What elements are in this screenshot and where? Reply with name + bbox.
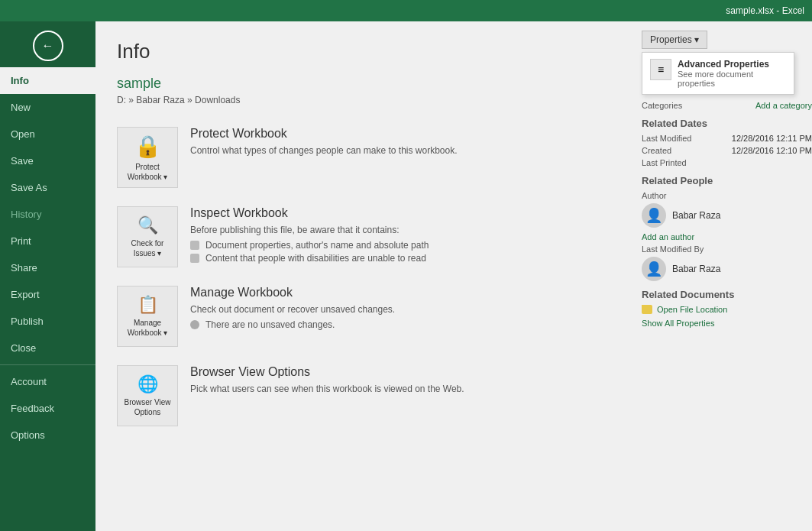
related-people-title: Related People bbox=[642, 175, 812, 186]
properties-button[interactable]: Properties ▾ bbox=[642, 31, 707, 49]
show-all-properties-link[interactable]: Show All Properties bbox=[642, 319, 812, 328]
file-path: D: » Babar Raza » Downloads bbox=[117, 95, 611, 105]
properties-button-label: Properties ▾ bbox=[650, 34, 699, 45]
browser-content: Browser View Options Pick what users can… bbox=[190, 365, 611, 399]
sidebar-item-save-as[interactable]: Save As bbox=[0, 174, 95, 201]
folder-icon bbox=[642, 305, 652, 314]
inspect-icon-box[interactable]: 🔍 Check forIssues ▾ bbox=[117, 206, 178, 267]
sidebar-item-open[interactable]: Open bbox=[0, 121, 95, 147]
add-category-link[interactable]: Add a category bbox=[755, 101, 812, 110]
protect-icon: 🔒 bbox=[134, 134, 161, 159]
created-value: 12/28/2016 12:10 PM bbox=[732, 146, 812, 155]
inspect-bullet-1: Document properties, author's name and a… bbox=[190, 240, 611, 251]
title-bar: sample.xlsx - Excel bbox=[0, 0, 812, 21]
inspect-section: 🔍 Check forIssues ▾ Inspect Workbook Bef… bbox=[117, 200, 611, 274]
sidebar-item-share[interactable]: Share bbox=[0, 254, 95, 281]
inspect-bullet-2: Content that people with disabilities ar… bbox=[190, 253, 611, 264]
author-row: 👤 Babar Raza bbox=[642, 203, 812, 228]
last-modified-by-name: Babar Raza bbox=[672, 264, 720, 274]
back-button[interactable]: ← bbox=[33, 31, 63, 61]
manage-title: Manage Workbook bbox=[190, 286, 611, 299]
author-label-row: Author bbox=[642, 191, 812, 200]
inspect-content: Inspect Workbook Before publishing this … bbox=[190, 206, 611, 266]
last-modified-by-label-row: Last Modified By bbox=[642, 244, 812, 254]
last-modified-value: 12/28/2016 12:11 PM bbox=[732, 134, 812, 143]
categories-area: Categories Add a category bbox=[642, 101, 812, 110]
inspect-label: Check forIssues ▾ bbox=[131, 238, 164, 258]
last-modified-by-avatar: 👤 bbox=[642, 257, 666, 281]
advanced-properties-subtitle: See more document properties bbox=[678, 70, 786, 88]
manage-desc: Check out document or recover unsaved ch… bbox=[190, 304, 611, 315]
advanced-properties-item[interactable]: ≡ Advanced Properties See more document … bbox=[642, 53, 794, 94]
inspect-title: Inspect Workbook bbox=[190, 206, 611, 220]
manage-section: 📋 ManageWorkbook ▾ Manage Workbook Check… bbox=[117, 280, 611, 353]
categories-row: Categories Add a category bbox=[642, 101, 812, 110]
manage-label: ManageWorkbook ▾ bbox=[128, 318, 168, 338]
content-area: Info sample D: » Babar Raza » Downloads … bbox=[95, 21, 632, 531]
bullet-icon-1 bbox=[190, 241, 199, 250]
page-title: Info bbox=[117, 40, 611, 63]
protect-content: Protect Workbook Control what types of c… bbox=[190, 127, 611, 160]
sidebar: ← Info New Open Save Save As History Pri… bbox=[0, 21, 95, 531]
sidebar-item-new[interactable]: New bbox=[0, 94, 95, 121]
properties-dropdown: ≡ Advanced Properties See more document … bbox=[642, 52, 794, 95]
protect-title: Protect Workbook bbox=[190, 127, 611, 141]
bullet-icon-2 bbox=[190, 254, 199, 263]
last-printed-row: Last Printed bbox=[642, 158, 812, 167]
manage-content: Manage Workbook Check out document or re… bbox=[190, 286, 611, 332]
last-modified-by-row: 👤 Babar Raza bbox=[642, 257, 812, 281]
sidebar-item-print[interactable]: Print bbox=[0, 228, 95, 254]
sidebar-item-publish[interactable]: Publish bbox=[0, 308, 95, 335]
created-label: Created bbox=[642, 146, 671, 155]
sidebar-item-feedback[interactable]: Feedback bbox=[0, 395, 95, 422]
last-printed-label: Last Printed bbox=[642, 158, 687, 167]
advanced-properties-title: Advanced Properties bbox=[678, 59, 786, 70]
right-panel: Properties ▾ ≡ Advanced Properties See m… bbox=[632, 21, 812, 531]
related-docs-title: Related Documents bbox=[642, 289, 812, 300]
sidebar-item-options[interactable]: Options bbox=[0, 422, 95, 448]
sidebar-item-close[interactable]: Close bbox=[0, 335, 95, 361]
author-label: Author bbox=[642, 191, 666, 200]
last-modified-row: Last Modified 12/28/2016 12:11 PM bbox=[642, 134, 812, 143]
sidebar-item-save[interactable]: Save bbox=[0, 147, 95, 174]
add-author-link[interactable]: Add an author bbox=[642, 232, 812, 241]
open-file-row: Open File Location bbox=[642, 305, 812, 314]
last-modified-label: Last Modified bbox=[642, 134, 691, 143]
protect-label: ProtectWorkbook ▾ bbox=[128, 162, 168, 182]
inspect-bullet-2-text: Content that people with disabilities ar… bbox=[205, 253, 426, 264]
advanced-properties-icon: ≡ bbox=[650, 59, 671, 80]
browser-section: 🌐 Browser ViewOptions Browser View Optio… bbox=[117, 359, 611, 432]
sidebar-item-info[interactable]: Info bbox=[0, 67, 95, 94]
open-file-link[interactable]: Open File Location bbox=[657, 305, 727, 314]
author-name: Babar Raza bbox=[672, 210, 720, 221]
sidebar-item-account[interactable]: Account bbox=[0, 368, 95, 395]
related-dates-title: Related Dates bbox=[642, 118, 812, 129]
categories-label: Categories bbox=[642, 101, 682, 110]
manage-icon-box[interactable]: 📋 ManageWorkbook ▾ bbox=[117, 286, 178, 347]
protect-section: 🔒 ProtectWorkbook ▾ Protect Workbook Con… bbox=[117, 121, 611, 194]
protect-desc: Control what types of changes people can… bbox=[190, 145, 611, 156]
manage-bullet-1-text: There are no unsaved changes. bbox=[205, 319, 335, 330]
browser-icon-box[interactable]: 🌐 Browser ViewOptions bbox=[117, 365, 178, 426]
created-row: Created 12/28/2016 12:10 PM bbox=[642, 146, 812, 155]
browser-icon: 🌐 bbox=[137, 374, 158, 394]
bullet-icon-3 bbox=[190, 320, 199, 329]
author-avatar: 👤 bbox=[642, 203, 666, 228]
title-text: sample.xlsx - Excel bbox=[726, 5, 804, 16]
file-name: sample bbox=[117, 76, 611, 92]
last-modified-by-label: Last Modified By bbox=[642, 244, 704, 254]
sidebar-item-history: History bbox=[0, 201, 95, 228]
manage-icon: 📋 bbox=[137, 295, 158, 315]
sidebar-item-export[interactable]: Export bbox=[0, 281, 95, 308]
advanced-properties-text: Advanced Properties See more document pr… bbox=[678, 59, 786, 88]
manage-bullet-1: There are no unsaved changes. bbox=[190, 319, 611, 330]
browser-title: Browser View Options bbox=[190, 365, 611, 379]
sidebar-divider bbox=[0, 364, 95, 365]
protect-icon-box[interactable]: 🔒 ProtectWorkbook ▾ bbox=[117, 127, 178, 188]
inspect-bullet-1-text: Document properties, author's name and a… bbox=[205, 240, 429, 251]
browser-label: Browser ViewOptions bbox=[125, 397, 171, 417]
inspect-icon: 🔍 bbox=[137, 215, 158, 235]
browser-desc: Pick what users can see when this workbo… bbox=[190, 384, 611, 394]
inspect-desc: Before publishing this file, be aware th… bbox=[190, 225, 611, 235]
